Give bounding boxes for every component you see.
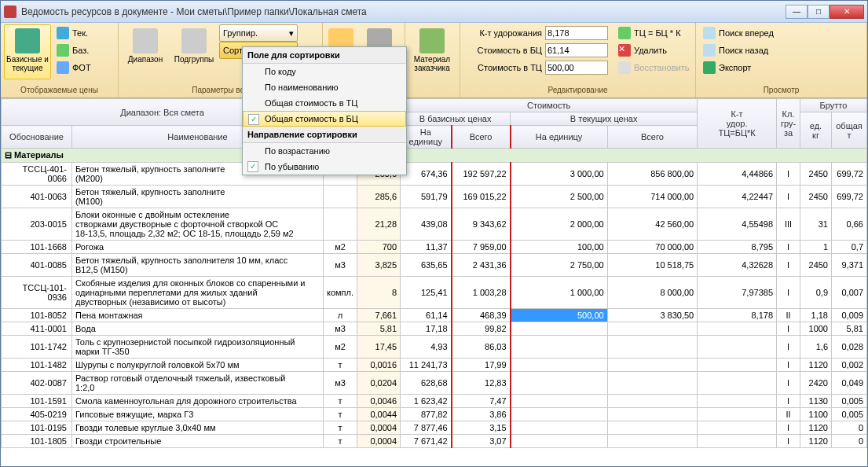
range-button[interactable]: Диапазон [122, 24, 169, 79]
table-row[interactable]: 101-0195Гвозди толевые круглые 3,0x40 мм… [2, 421, 867, 435]
group-label [408, 93, 456, 96]
sbc-input[interactable] [545, 43, 608, 57]
restore-button[interactable]: Восстановить [614, 59, 693, 76]
code-header: Обоснование [2, 126, 72, 149]
search-forward-button[interactable]: Поиск вперед [699, 24, 778, 42]
formula-button[interactable]: ТЦ = БЦ * К [614, 24, 693, 42]
group-label: Просмотр [699, 84, 863, 96]
class-header: Кл. гру- за [777, 99, 800, 149]
sort-desc[interactable]: ✓По убыванию [243, 159, 406, 175]
tvs-header: Всего [607, 126, 698, 149]
data-grid[interactable]: Диапазон: Вся смета бщее ичество Стоимос… [1, 98, 867, 466]
check-icon: ✓ [247, 161, 258, 172]
chevron-down-icon: ▾ [289, 28, 294, 39]
group-row[interactable]: ⊟ Материалы [2, 149, 867, 163]
delete-button[interactable]: ✕Удалить [614, 42, 693, 59]
cur-price-header: В текущих ценах [511, 112, 698, 126]
table-row[interactable]: 101-8052Пена монтажнаял7,66161,14468,395… [2, 309, 867, 322]
table-row[interactable]: 101-1742Толь с крупнозернистой посыпкой … [2, 336, 867, 359]
subgroups-button[interactable]: Подгруппы [170, 24, 218, 79]
sbc-label: Стоимость в БЦ [463, 46, 542, 55]
sort-field-header: Поле для сортировки [243, 47, 406, 64]
sort-asc[interactable]: По возрастанию [243, 143, 406, 159]
baz-button[interactable]: Баз. [53, 42, 95, 59]
table-row[interactable]: 101-1805Гвозди строительныет0,00047 671,… [2, 435, 867, 448]
maximize-button[interactable]: □ [808, 5, 830, 19]
ted-header: На единицу [511, 126, 608, 149]
bvs-header: Всего [452, 126, 511, 149]
table-row[interactable]: 402-0087Раствор готовый отделочный тяжел… [2, 372, 867, 395]
group-dropdown[interactable]: Группир.▾ [219, 24, 298, 42]
table-row[interactable]: 405-0219Гипсовые вяжущие, марка Г3т0,004… [2, 408, 867, 421]
kt-label: К-т удорожания [463, 28, 542, 38]
edkg-header: ед. кг [800, 112, 832, 149]
sort-by-name[interactable]: По наименованию [243, 79, 406, 95]
customer-material-button[interactable]: Материал заказчика [408, 24, 456, 79]
sort-by-tc[interactable]: Общая стоимость в ТЦ [243, 95, 406, 111]
table-row[interactable]: 411-0001Водам35,8117,1899,82I10005,81 [2, 322, 867, 336]
table-row[interactable]: 401-0063Бетон тяжелый, крупность заполни… [2, 186, 867, 208]
sort-by-bc[interactable]: ✓Общая стоимость в БЦ [243, 111, 406, 127]
table-row[interactable]: 101-1482Шурупы с полукруглой головкой 5x… [2, 359, 867, 372]
app-icon [4, 6, 16, 18]
export-button[interactable]: Экспорт [699, 59, 778, 76]
kt-input[interactable] [545, 26, 608, 40]
group-label: Отображаемые цены [4, 84, 115, 96]
stc-label: Стоимость в ТЦ [463, 63, 542, 72]
ribbon: Базисные и текущие Тек. Баз. ФОТ Отображ… [1, 23, 867, 98]
brutto-header: Брутто [800, 99, 867, 112]
group-label: Редактирование [463, 84, 692, 96]
bed-header: На единицу [401, 126, 452, 149]
obt-header: общая т [832, 112, 867, 149]
cost-header: Стоимость [401, 99, 698, 112]
sort-menu: Поле для сортировки По коду По наименова… [242, 46, 407, 175]
window-title: Ведомость ресурсов в документе - Мои сме… [21, 6, 786, 17]
sort-dir-header: Направление сортировки [243, 127, 406, 143]
close-button[interactable]: ✕ [830, 5, 864, 19]
table-row[interactable]: ТССЦ-401-0066Бетон тяжелый, крупность за… [2, 163, 867, 186]
table-row[interactable]: 203-0015Блоки оконные с двойным остеклен… [2, 208, 867, 241]
stc-input[interactable] [545, 61, 608, 75]
sort-by-code[interactable]: По коду [243, 64, 406, 79]
base-price-header: В базисных ценах [401, 112, 511, 126]
kt-header: К-т удор. ТЦ=БЦ*К [698, 99, 777, 149]
base-current-button[interactable]: Базисные и текущие [4, 24, 51, 79]
check-icon: ✓ [248, 114, 259, 125]
table-row[interactable]: 101-1591Смола каменноугольная для дорожн… [2, 395, 867, 408]
table-row[interactable]: 101-1668Рогожам270011,377 959,00100,0070… [2, 241, 867, 254]
search-back-button[interactable]: Поиск назад [699, 42, 778, 59]
minimize-button[interactable]: — [786, 5, 808, 19]
tek-button[interactable]: Тек. [53, 24, 95, 42]
table-row[interactable]: ТССЦ-101-0936Скобяные изделия для оконны… [2, 277, 867, 309]
table-row[interactable]: 401-0085Бетон тяжелый, крупность заполни… [2, 254, 867, 277]
titlebar: Ведомость ресурсов в документе - Мои сме… [1, 1, 867, 23]
fot-button[interactable]: ФОТ [53, 59, 95, 76]
